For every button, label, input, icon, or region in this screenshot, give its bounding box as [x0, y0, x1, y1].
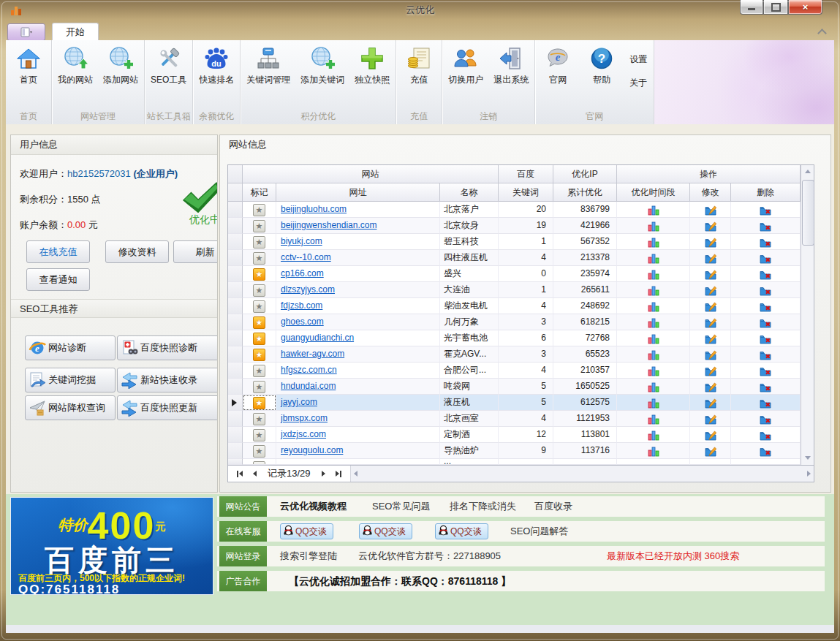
- mark-cell[interactable]: ★: [243, 218, 276, 234]
- ribbon-button-my-sites[interactable]: 我的网站: [53, 42, 98, 109]
- announcement-link[interactable]: 百度收录: [534, 496, 572, 517]
- promo-banner[interactable]: 特价400元 百度前三 百度前三页内，500以下指数的正规企业词! QQ:765…: [10, 497, 213, 595]
- site-link[interactable]: reyouguolu.com: [276, 443, 343, 458]
- site-link[interactable]: hndundai.com: [276, 379, 336, 394]
- table-row[interactable]: ★hawker-agv.com霍克AGV...365523: [228, 346, 814, 363]
- table-row[interactable]: ★cctv--10.com四柱液压机4213378: [228, 250, 814, 266]
- login-link[interactable]: 搜索引擎登陆: [280, 546, 337, 566]
- site-link[interactable]: biyukj.com: [276, 234, 322, 249]
- site-link[interactable]: fdjzsb.com: [276, 298, 322, 314]
- star-inactive-icon[interactable]: ★: [253, 204, 265, 216]
- band-1[interactable]: 百度: [499, 165, 553, 183]
- table-row[interactable]: ★hfgszc.com.cn合肥公司...4210357: [228, 363, 814, 379]
- table-row[interactable]: ★beijingwenshendian.com北京纹身19421966: [228, 218, 814, 234]
- edit-cell[interactable]: [690, 202, 731, 218]
- ribbon-button-keyword-manage[interactable]: 关键词管理: [241, 42, 295, 109]
- table-row[interactable]: ★hndundai.com吨袋网51650525: [228, 379, 814, 395]
- table-row[interactable]: ★jayyj.com液压机5612575: [228, 395, 814, 411]
- site-link[interactable]: beijingluohu.com: [276, 202, 347, 217]
- time-chart-cell[interactable]: [617, 250, 690, 266]
- table-row[interactable]: ★jxdzjsc.com定制酒12113801: [228, 427, 814, 443]
- qq-chat-button[interactable]: QQ交谈: [359, 523, 412, 539]
- announcement-link[interactable]: 排名下降或消失: [450, 496, 516, 517]
- mark-cell[interactable]: ★: [243, 282, 276, 298]
- table-row[interactable]: ★biyukj.com碧玉科技1567352: [228, 234, 814, 250]
- edit-cell[interactable]: [690, 443, 731, 459]
- column-header-2[interactable]: 名称: [440, 183, 499, 202]
- star-inactive-icon[interactable]: ★: [253, 252, 265, 265]
- ribbon-button-home[interactable]: 首页: [7, 42, 50, 109]
- mark-cell[interactable]: ★: [243, 298, 276, 314]
- time-chart-cell[interactable]: [617, 346, 690, 363]
- time-chart-cell[interactable]: [617, 411, 690, 427]
- star-inactive-icon[interactable]: ★: [253, 365, 265, 377]
- ribbon-button-snapshot[interactable]: 独立快照: [349, 42, 395, 109]
- table-row[interactable]: ★fdjzsb.com柴油发电机4248692: [228, 298, 814, 314]
- prev-record-button[interactable]: [249, 468, 260, 479]
- first-record-button[interactable]: [234, 468, 246, 479]
- star-active-icon[interactable]: ★: [253, 397, 265, 409]
- time-chart-cell[interactable]: [617, 314, 690, 330]
- band-0[interactable]: 网站: [243, 165, 499, 183]
- band-3[interactable]: 操作: [617, 165, 801, 183]
- site-link[interactable]: beijingwenshendian.com: [276, 218, 377, 233]
- site-link[interactable]: guangyudianchi.cn: [276, 330, 354, 346]
- ribbon-small-button-1[interactable]: 关于: [627, 76, 650, 90]
- ribbon-button-seo-tools[interactable]: SEO工具: [145, 42, 192, 109]
- table-row[interactable]: ★reyouguolu.com导热油炉9113716: [228, 443, 814, 459]
- site-link[interactable]: ghoes.com: [276, 314, 324, 330]
- delete-cell[interactable]: [731, 234, 801, 250]
- delete-cell[interactable]: [731, 427, 801, 443]
- edit-cell[interactable]: [690, 250, 731, 266]
- delete-cell[interactable]: [731, 250, 801, 266]
- time-chart-cell[interactable]: [617, 234, 690, 250]
- edit-cell[interactable]: [690, 298, 731, 314]
- column-header-6[interactable]: 修改: [690, 183, 731, 202]
- mark-cell[interactable]: ★: [243, 363, 276, 379]
- edit-cell[interactable]: [690, 427, 731, 443]
- qq-chat-button[interactable]: QQ交谈: [280, 523, 333, 539]
- delete-cell[interactable]: [731, 282, 801, 298]
- band-2[interactable]: 优化IP: [553, 165, 617, 183]
- seo-tool-snapshot-diag[interactable]: 百度快照诊断: [117, 335, 218, 360]
- mark-cell[interactable]: ★: [243, 395, 276, 411]
- minimize-button[interactable]: [740, 0, 763, 15]
- seo-answers-link[interactable]: SEO问题解答: [510, 521, 568, 542]
- application-menu-button[interactable]: [7, 23, 45, 41]
- mark-cell[interactable]: ★: [243, 202, 276, 218]
- ribbon-button-recharge[interactable]: 充值: [397, 42, 441, 109]
- column-header-5[interactable]: 优化时间段: [617, 183, 690, 202]
- mark-cell[interactable]: ★: [243, 443, 276, 459]
- star-inactive-icon[interactable]: ★: [253, 220, 265, 232]
- edit-cell[interactable]: [690, 411, 731, 427]
- login-link[interactable]: 云优化软件官方群号：227188905: [358, 546, 501, 566]
- site-link[interactable]: hawker-agv.com: [276, 346, 344, 362]
- star-active-icon[interactable]: ★: [253, 333, 265, 345]
- qq-chat-button[interactable]: QQ交谈: [435, 523, 488, 539]
- table-row[interactable]: ★beijingluohu.com北京落户20836799: [228, 202, 814, 218]
- table-row[interactable]: ★dlzszyjys.com大连油1265611: [228, 282, 814, 298]
- time-chart-cell[interactable]: [617, 282, 690, 298]
- ribbon-button-website[interactable]: e官网: [536, 42, 580, 109]
- announcement-link[interactable]: 云优化视频教程: [280, 496, 347, 517]
- time-chart-cell[interactable]: [617, 202, 690, 218]
- star-active-icon[interactable]: ★: [253, 268, 265, 281]
- star-active-icon[interactable]: ★: [253, 316, 265, 329]
- column-header-3[interactable]: 关键词: [499, 183, 553, 202]
- titlebar[interactable]: 云优化 ×: [0, 0, 840, 20]
- time-chart-cell[interactable]: [617, 427, 690, 443]
- edit-cell[interactable]: [690, 282, 731, 298]
- site-link[interactable]: dlzszyjys.com: [276, 282, 335, 297]
- delete-cell[interactable]: [731, 411, 801, 427]
- ribbon-button-help[interactable]: ?帮助: [580, 42, 624, 109]
- mark-cell[interactable]: ★: [243, 314, 276, 330]
- table-row[interactable]: ★cp166.com盛兴0235974: [228, 266, 814, 282]
- edit-profile-button[interactable]: 修改资料: [105, 240, 169, 263]
- delete-cell[interactable]: [731, 218, 801, 234]
- delete-cell[interactable]: [731, 314, 801, 330]
- scroll-down-button[interactable]: [801, 452, 814, 464]
- ribbon-button-add-keyword[interactable]: 添加关键词: [295, 42, 349, 109]
- time-chart-cell[interactable]: [617, 395, 690, 411]
- delete-cell[interactable]: [731, 202, 801, 218]
- ribbon-button-switch-user[interactable]: 切换用户: [443, 42, 488, 109]
